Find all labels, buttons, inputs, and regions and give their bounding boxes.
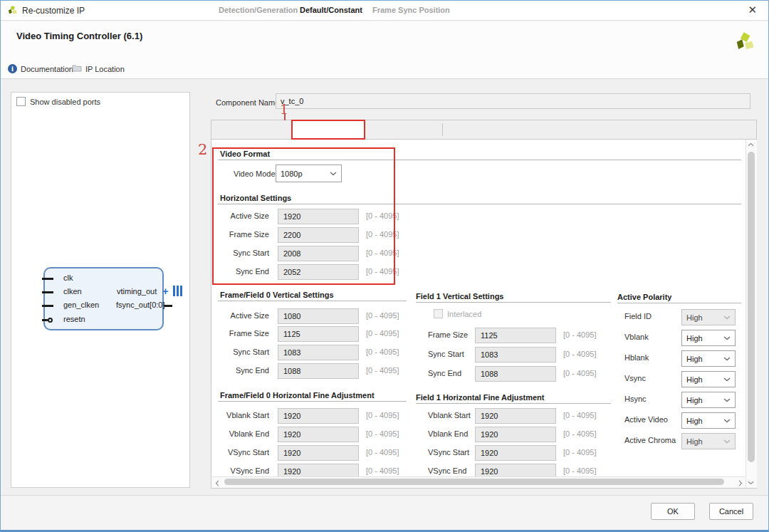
field-label: VSync Start bbox=[218, 448, 269, 457]
field-label: Vsync bbox=[624, 374, 646, 382]
cancel-button[interactable]: Cancel bbox=[709, 503, 753, 520]
field-label: Frame Size bbox=[428, 330, 468, 339]
port-clken: clken bbox=[63, 287, 82, 296]
field-range: [0 - 4095] bbox=[563, 466, 596, 475]
gen-clken-port-stub bbox=[42, 305, 53, 307]
field-label: Active Chroma bbox=[624, 436, 676, 444]
field-range: [0 - 4095] bbox=[563, 350, 596, 358]
port-resetn: resetn bbox=[63, 315, 85, 323]
field-range: [0 - 4095] bbox=[366, 311, 399, 320]
field-label: VSync Start bbox=[428, 448, 469, 457]
f1f-vblank-start-input[interactable]: 1920 bbox=[475, 408, 556, 424]
polarity-value: High bbox=[686, 355, 703, 363]
field-range: [0 - 4095] bbox=[563, 330, 596, 339]
section-divider bbox=[617, 303, 741, 303]
component-name-label: Component Name bbox=[216, 98, 279, 107]
show-disabled-ports-checkbox[interactable] bbox=[16, 97, 26, 106]
chevron-down-icon bbox=[723, 357, 731, 361]
component-name-input[interactable]: v_tc_0 bbox=[276, 93, 750, 109]
documentation-link[interactable]: i Documentation bbox=[8, 64, 73, 73]
scroll-down-icon[interactable] bbox=[748, 481, 754, 485]
field-label: Field ID bbox=[624, 312, 652, 320]
horizontal-scrollbar-thumb[interactable] bbox=[224, 479, 724, 485]
field-label: Vblank Start bbox=[218, 411, 269, 419]
f1v-sync-start-input[interactable]: 1083 bbox=[475, 347, 556, 363]
f0f-vsync-start-input[interactable]: 1920 bbox=[278, 445, 359, 461]
f1f-vblank-end-input[interactable]: 1920 bbox=[475, 427, 556, 442]
f0v-sync-end-input[interactable]: 1088 bbox=[278, 363, 359, 379]
interlaced-checkbox[interactable] bbox=[434, 309, 443, 318]
field1-vertical-title: Field 1 Vertical Settings bbox=[416, 292, 504, 301]
field-label: Active Size bbox=[218, 311, 269, 320]
active-polarity-title: Active Polarity bbox=[617, 293, 671, 301]
vsync-polarity-select[interactable]: High bbox=[681, 371, 736, 387]
chevron-down-icon bbox=[723, 377, 731, 382]
section-divider bbox=[416, 302, 611, 303]
field-label: Hsync bbox=[624, 395, 647, 403]
chevron-down-icon bbox=[723, 419, 731, 423]
field-range: [0 - 4095] bbox=[366, 329, 399, 338]
f1f-vsync-start-input[interactable]: 1920 bbox=[475, 445, 556, 461]
show-disabled-ports-row: Show disabled ports bbox=[16, 97, 100, 106]
field-range: [0 - 4095] bbox=[366, 466, 399, 475]
polarity-value: High bbox=[686, 396, 703, 405]
active-video-polarity-select[interactable]: High bbox=[681, 412, 736, 429]
port-clk: clk bbox=[63, 273, 73, 282]
section-divider bbox=[218, 401, 407, 402]
annotation-box-2 bbox=[212, 147, 395, 285]
vblank-polarity-select[interactable]: High bbox=[681, 330, 736, 346]
polarity-value: High bbox=[686, 437, 703, 446]
page-title: Video Timing Controller (6.1) bbox=[16, 31, 142, 41]
annotation-step-2: 2 bbox=[198, 141, 207, 158]
ok-button[interactable]: OK bbox=[651, 503, 695, 520]
f1v-frame-size-input[interactable]: 1125 bbox=[475, 328, 556, 343]
field-range: [0 - 4095] bbox=[366, 348, 399, 356]
bus-interface-icon bbox=[173, 286, 182, 296]
footer: OK Cancel bbox=[1, 496, 768, 531]
hsync-polarity-select[interactable]: High bbox=[681, 392, 736, 408]
ip-location-label: IP Location bbox=[85, 65, 125, 73]
resetn-port-stub bbox=[42, 319, 48, 321]
f0v-sync-start-input[interactable]: 1083 bbox=[278, 345, 359, 360]
f0v-frame-size-input[interactable]: 1125 bbox=[278, 326, 359, 342]
ip-location-link[interactable]: IP Location bbox=[72, 64, 125, 73]
tab-default-constant[interactable]: Default/Constant bbox=[300, 6, 362, 14]
chevron-down-icon bbox=[723, 315, 731, 320]
xilinx-logo-icon bbox=[7, 5, 18, 19]
field-label: Vblank End bbox=[218, 429, 269, 438]
chevron-down-icon bbox=[723, 336, 731, 340]
polarity-value: High bbox=[686, 417, 703, 425]
vertical-scrollbar-thumb[interactable] bbox=[748, 152, 755, 462]
field-range: [0 - 4095] bbox=[366, 448, 399, 457]
scroll-left-icon[interactable] bbox=[215, 480, 219, 486]
active-chroma-polarity-select[interactable]: High bbox=[681, 433, 736, 449]
f0f-vblank-start-input[interactable]: 1920 bbox=[278, 408, 359, 424]
section-divider bbox=[218, 301, 407, 301]
tab-frame-sync-position[interactable]: Frame Sync Position bbox=[372, 6, 450, 14]
show-disabled-ports-label: Show disabled ports bbox=[30, 98, 100, 106]
annotation-step-1-line bbox=[284, 114, 286, 120]
f1v-sync-end-input[interactable]: 1088 bbox=[475, 366, 556, 382]
block-diagram-panel: Show disabled ports clk clken gen_clken … bbox=[11, 92, 190, 488]
field-label: Vblank bbox=[624, 333, 649, 341]
expand-bus-plus-icon[interactable]: + bbox=[162, 286, 169, 296]
f0v-active-size-input[interactable]: 1080 bbox=[278, 308, 359, 324]
scroll-right-icon[interactable] bbox=[738, 480, 743, 486]
info-icon: i bbox=[8, 64, 17, 73]
polarity-value: High bbox=[686, 334, 703, 343]
field1-fine-title: Field 1 Horizontal Fine Adjustment bbox=[416, 393, 545, 402]
tab-detection-generation[interactable]: Detection/Generation bbox=[219, 6, 298, 14]
fsync-out-port-stub bbox=[164, 305, 172, 307]
interlaced-label: Interlaced bbox=[447, 310, 481, 318]
ip-block-symbol bbox=[43, 267, 164, 330]
field-label: Vblank Start bbox=[428, 411, 471, 419]
close-icon[interactable]: ✕ bbox=[745, 4, 760, 16]
f0f-vblank-end-input[interactable]: 1920 bbox=[278, 427, 359, 442]
field-range: [0 - 4095] bbox=[563, 429, 596, 438]
field-range: [0 - 4095] bbox=[563, 411, 596, 419]
field-id-polarity-select[interactable]: High bbox=[681, 309, 736, 325]
field-label: VSync End bbox=[428, 466, 466, 475]
scroll-up-icon[interactable] bbox=[748, 142, 754, 147]
field-range: [0 - 4095] bbox=[366, 411, 399, 419]
hblank-polarity-select[interactable]: High bbox=[681, 350, 736, 367]
